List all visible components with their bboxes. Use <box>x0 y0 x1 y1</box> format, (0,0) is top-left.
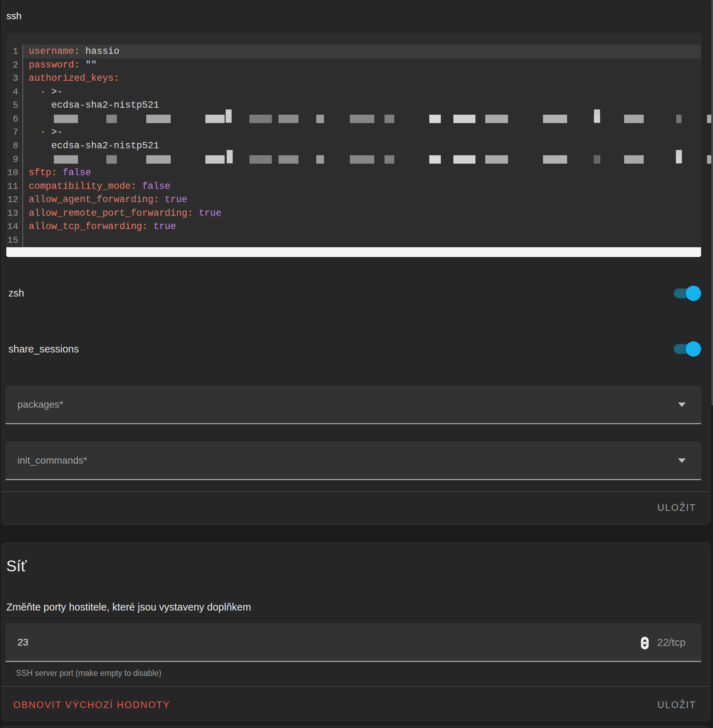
init-commands-select[interactable]: init_commands* <box>6 442 701 480</box>
network-section-description: Změňte porty hostitele, které jsou vysta… <box>6 601 251 613</box>
editor-line[interactable]: 4 - >- <box>6 85 701 99</box>
packages-select-label: packages* <box>18 399 63 410</box>
line-number: 7 <box>6 125 23 139</box>
share-sessions-label: share_sessions <box>8 343 79 355</box>
editor-line-content: allow_tcp_forwarding: true <box>23 220 701 234</box>
save-button-ssh[interactable]: ULOŽIT <box>657 502 696 513</box>
reset-defaults-button[interactable]: OBNOVIT VÝCHOZÍ HODNOTY <box>13 700 170 710</box>
redacted-key-pixels <box>29 153 701 167</box>
card-footer-divider <box>2 491 710 492</box>
line-number: 13 <box>6 207 23 220</box>
ssh-option-label: ssh <box>6 10 22 22</box>
redacted-key-pixels <box>29 112 701 126</box>
line-number: 4 <box>6 85 23 99</box>
line-number: 9 <box>6 153 23 167</box>
share-sessions-toggle[interactable] <box>674 341 700 357</box>
page-scrollbar-thumb[interactable] <box>711 0 713 406</box>
number-stepper-icon[interactable] <box>641 637 649 649</box>
port-helper-text: SSH server port (make empty to disable) <box>16 668 161 678</box>
line-number: 3 <box>6 72 23 85</box>
editor-line[interactable]: 1username: hassio <box>6 45 701 58</box>
editor-line-content: ecdsa-sha2-nistp521 <box>23 139 701 153</box>
network-section-title: Síť <box>6 557 27 575</box>
editor-horizontal-scrollbar[interactable] <box>6 247 701 257</box>
editor-line[interactable]: 2password: "" <box>6 58 701 72</box>
card-footer-divider <box>2 686 710 687</box>
editor-lines: 1username: hassio2password: ""3authorize… <box>6 33 701 247</box>
editor-line-content: allow_agent_forwarding: true <box>23 193 701 207</box>
editor-line[interactable]: 11compatibility_mode: false <box>6 180 701 194</box>
editor-line[interactable]: 10sftp: false <box>6 166 701 180</box>
ssh-port-field[interactable]: 22/tcp <box>6 624 701 662</box>
line-number: 2 <box>6 58 23 72</box>
chevron-down-icon <box>678 402 686 407</box>
editor-line-content <box>23 153 701 167</box>
toggle-thumb <box>686 341 701 357</box>
save-button-network[interactable]: ULOŽIT <box>657 700 696 710</box>
editor-line-content: username: hassio <box>23 45 701 58</box>
editor-line[interactable]: 14allow_tcp_forwarding: true <box>6 220 701 234</box>
init-commands-select-label: init_commands* <box>18 455 87 466</box>
editor-line[interactable]: 6 <box>6 112 701 126</box>
editor-line-content: allow_remote_port_forwarding: true <box>23 207 701 220</box>
editor-line-content: - >- <box>23 85 701 99</box>
editor-line[interactable]: 13allow_remote_port_forwarding: true <box>6 207 701 220</box>
editor-line-content: - >- <box>23 125 701 139</box>
line-number: 6 <box>6 112 23 126</box>
editor-line[interactable]: 12allow_agent_forwarding: true <box>6 193 701 207</box>
editor-line-content <box>23 234 701 247</box>
line-number: 8 <box>6 139 23 153</box>
packages-select[interactable]: packages* <box>6 386 701 424</box>
line-number: 11 <box>6 180 23 194</box>
yaml-editor[interactable]: 1username: hassio2password: ""3authorize… <box>6 33 701 257</box>
line-number: 10 <box>6 166 23 180</box>
zsh-toggle[interactable] <box>674 286 700 301</box>
editor-line-content: sftp: false <box>23 166 701 180</box>
line-number: 15 <box>6 234 23 247</box>
editor-line-content <box>23 112 701 126</box>
toggle-thumb <box>686 286 701 301</box>
line-number: 5 <box>6 98 23 112</box>
next-card-edge <box>1 726 710 728</box>
port-suffix-label: 22/tcp <box>657 636 686 648</box>
editor-line-content: password: "" <box>23 58 701 72</box>
editor-line[interactable]: 7 - >- <box>6 125 701 139</box>
editor-line[interactable]: 3authorized_keys: <box>6 72 701 85</box>
ssh-port-input[interactable] <box>18 624 333 661</box>
line-number: 1 <box>6 45 23 58</box>
editor-line-content: authorized_keys: <box>23 72 701 85</box>
zsh-label: zsh <box>8 287 24 299</box>
editor-line[interactable]: 8 ecdsa-sha2-nistp521 <box>6 139 701 153</box>
line-number: 12 <box>6 193 23 207</box>
line-number: 14 <box>6 220 23 234</box>
editor-line[interactable]: 9 <box>6 153 701 167</box>
chevron-down-icon <box>678 459 686 463</box>
editor-line[interactable]: 15 <box>6 234 701 247</box>
editor-line-content: compatibility_mode: false <box>23 180 701 194</box>
